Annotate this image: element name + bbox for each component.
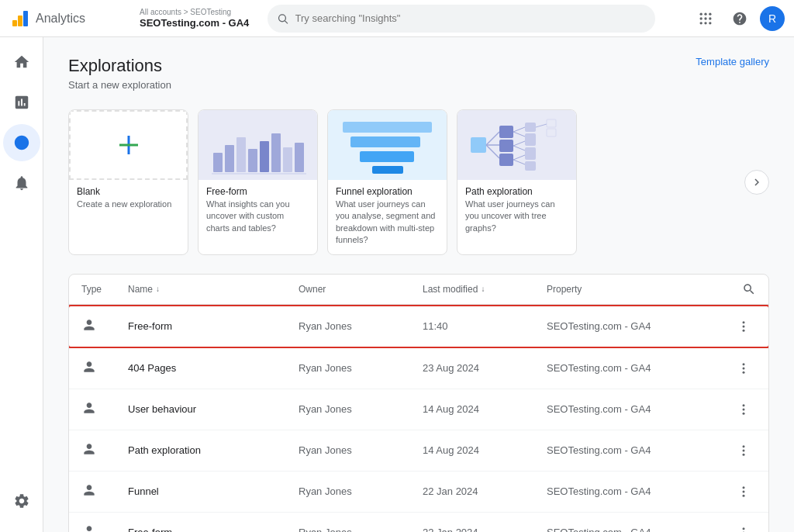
svg-point-61 [743,449,745,451]
table-row[interactable]: Path exploration Ryan Jones 14 Aug 2024 … [69,430,768,472]
cell-last-modified: 22 Jan 2024 [423,485,547,497]
cell-type [81,441,128,459]
apps-button[interactable] [692,5,720,33]
cell-property: SEOTesting.com - GA4 [547,362,719,374]
brand-icon [9,8,31,29]
template-card-funnel[interactable]: Funnel exploration What user journeys ca… [327,109,447,255]
cell-property: SEOTesting.com - GA4 [547,444,719,456]
svg-point-57 [743,404,745,406]
cell-property: SEOTesting.com - GA4 [547,527,719,532]
more-options-button[interactable] [731,479,756,504]
freeform-preview [198,110,317,180]
cards-container: Blank Create a new exploration [68,109,738,255]
main-content: Explorations Start a new exploration Tem… [43,37,794,532]
search-box[interactable] [268,5,655,33]
svg-rect-27 [360,151,414,162]
sidebar-item-advertising[interactable] [3,164,40,202]
more-options-button[interactable] [731,520,756,532]
sidebar-item-reports[interactable] [3,84,40,121]
cell-last-modified: 11:40 [423,320,547,332]
cell-name: 404 Pages [128,362,299,374]
cell-last-modified: 14 Aug 2024 [423,403,547,415]
funnel-preview [328,110,447,180]
cell-type [81,317,128,335]
search-input[interactable] [295,12,647,24]
explorations-table: Type Name ↓ Owner Last modified ↓ Proper… [68,274,769,532]
template-blank-title: Blank [69,180,188,199]
avatar[interactable]: R [760,6,785,31]
table-row[interactable]: Free-form Ryan Jones 11:40 SEOTesting.co… [68,305,769,348]
svg-rect-47 [525,161,536,171]
svg-rect-19 [248,149,257,172]
svg-rect-0 [12,20,17,26]
svg-rect-28 [372,166,403,174]
table-row[interactable]: 404 Pages Ryan Jones 23 Aug 2024 SEOTest… [69,348,768,389]
template-gallery-link[interactable]: Template gallery [696,56,769,67]
svg-point-55 [743,367,745,369]
sidebar-item-explore[interactable] [3,124,40,161]
blank-preview [69,110,188,180]
template-card-path[interactable]: Path exploration What user journeys can … [457,109,577,255]
top-nav: Analytics All accounts > SEOTesting SEOT… [0,0,794,37]
svg-point-5 [700,12,703,15]
cell-owner: Ryan Jones [299,320,423,332]
col-search[interactable] [719,282,756,296]
cell-actions [719,520,756,532]
cell-actions [719,397,756,422]
svg-point-64 [743,490,745,492]
template-funnel-desc: What user journeys can you analyse, segm… [328,199,447,247]
cell-owner: Ryan Jones [299,362,423,374]
svg-point-58 [743,408,745,410]
more-options-button[interactable] [731,397,756,422]
template-card-blank[interactable]: Blank Create a new exploration [68,109,188,255]
svg-line-40 [513,141,525,146]
cell-owner: Ryan Jones [299,444,423,456]
cards-next-button[interactable] [744,170,769,195]
cell-last-modified: 23 Aug 2024 [423,362,547,374]
layout: Explorations Start a new exploration Tem… [0,37,794,532]
cell-type [81,523,128,532]
template-path-title: Path exploration [457,180,576,199]
table-row[interactable]: Funnel Ryan Jones 22 Jan 2024 SEOTesting… [69,472,768,513]
svg-line-45 [513,160,525,164]
more-options-button[interactable] [731,438,756,463]
svg-line-36 [513,127,525,132]
col-last-modified[interactable]: Last modified ↓ [423,284,547,295]
template-freeform-desc: What insights can you uncover with custo… [198,199,317,234]
col-type: Type [81,284,128,295]
cell-owner: Ryan Jones [299,527,423,532]
cell-actions [719,479,756,504]
cell-name: Free-form [128,320,299,332]
svg-rect-23 [295,143,304,172]
svg-rect-17 [225,145,234,172]
cell-type [81,359,128,377]
cell-owner: Ryan Jones [299,403,423,415]
col-property: Property [547,284,719,295]
svg-point-66 [743,527,745,530]
col-name[interactable]: Name ↓ [128,284,299,295]
sidebar-item-home[interactable] [3,43,40,81]
svg-rect-33 [499,126,513,138]
svg-line-4 [285,20,288,22]
section-subtitle: Start a new exploration [68,79,171,91]
svg-point-59 [743,412,745,414]
breadcrumb: All accounts > SEOTesting SEOTesting.com… [140,7,249,30]
more-options-button[interactable] [731,356,756,381]
table-row[interactable]: Free-form Ryan Jones 22 Jan 2024 SEOTest… [69,513,768,532]
svg-line-37 [513,132,525,136]
sort-modified-icon: ↓ [481,285,485,293]
table-row[interactable]: User behaviour Ryan Jones 14 Aug 2024 SE… [69,389,768,430]
svg-rect-25 [343,122,432,133]
cell-name: Free-form [128,527,299,532]
sidebar-item-settings[interactable] [3,482,40,520]
svg-point-65 [743,494,745,496]
template-freeform-title: Free-form [198,180,317,199]
brand-title: Analytics [36,12,85,26]
svg-point-8 [700,17,703,19]
help-button[interactable] [726,5,754,33]
cell-name: Funnel [128,485,299,497]
svg-point-52 [743,325,745,327]
svg-line-30 [486,132,499,145]
more-options-button[interactable] [731,314,756,339]
template-card-freeform[interactable]: Free-form What insights can you uncover … [198,109,318,255]
